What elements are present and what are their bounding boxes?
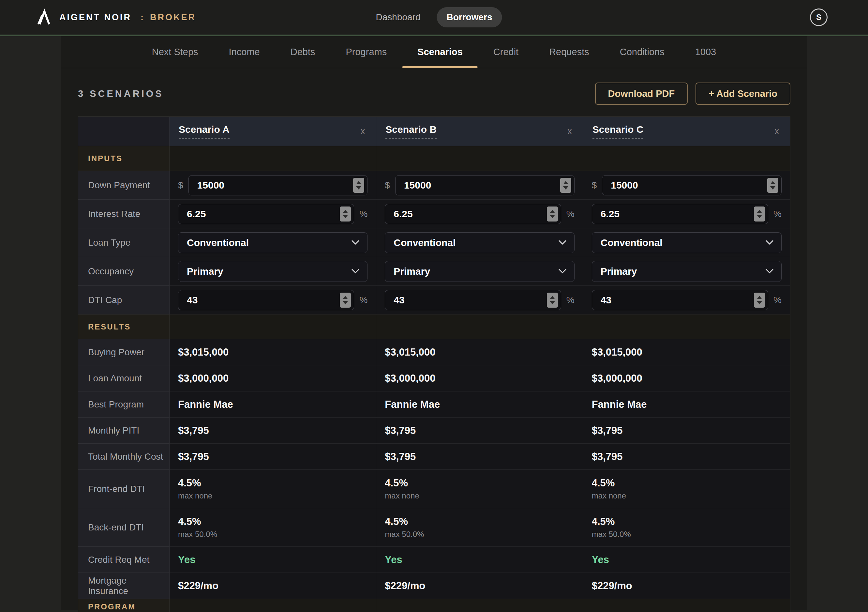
stepper-control[interactable] (547, 207, 558, 222)
stepper-control[interactable] (340, 293, 351, 308)
tab-scenarios[interactable]: Scenarios (417, 36, 463, 68)
section-title-inputs: INPUTS (88, 154, 122, 163)
section-fill-cell (376, 599, 583, 612)
down-payment-input-scenario-b[interactable] (395, 176, 574, 195)
cell-best-program-scenario-b: Fannie Mae (376, 391, 583, 418)
stepper-down-icon[interactable] (550, 215, 555, 218)
section-header-results: RESULTS (78, 314, 170, 339)
buying-power-value: $3,015,000 (592, 346, 642, 358)
stepper-up-icon[interactable] (343, 296, 348, 299)
stepper-up-icon[interactable] (343, 210, 348, 213)
number-field-wrap: % (178, 204, 367, 224)
tab-conditions[interactable]: Conditions (620, 36, 665, 68)
number-input-box (178, 204, 354, 224)
stepper-up-icon[interactable] (550, 210, 555, 213)
stepper-up-icon[interactable] (757, 296, 762, 299)
stepper-down-icon[interactable] (343, 301, 348, 304)
nav-item-dashboard[interactable]: Dashboard (366, 7, 430, 27)
page: AIGENT NOIR : BROKER DashboardBorrowers … (0, 0, 868, 612)
occupancy-select-scenario-c[interactable]: Primary (592, 261, 781, 282)
section-fill-cell (376, 146, 583, 171)
monthly-piti-value: $3,795 (592, 425, 623, 436)
nav-item-borrowers[interactable]: Borrowers (437, 7, 502, 27)
best-program-value: Fannie Mae (178, 399, 233, 410)
remove-scenario-button-scenario-a[interactable]: x (359, 125, 367, 138)
scenario-count-heading: 3 SCENARIOS (78, 89, 164, 99)
tab-programs[interactable]: Programs (346, 36, 387, 68)
stepper-down-icon[interactable] (757, 215, 762, 218)
stepper-down-icon[interactable] (757, 301, 762, 304)
cell-interest-rate-scenario-a: % (170, 200, 376, 228)
stepper-control[interactable] (353, 178, 364, 193)
cell-back-end-dti-scenario-a: 4.5%max 50.0% (170, 508, 376, 547)
stepper-up-icon[interactable] (757, 210, 762, 213)
cell-loan-type-scenario-c: Conventional (583, 228, 790, 257)
number-field-wrap: % (592, 204, 781, 224)
stepper-control[interactable] (754, 293, 765, 308)
stepper-down-icon[interactable] (343, 215, 348, 218)
row-label-front-end-dti: Front-end DTI (78, 470, 170, 508)
cell-back-end-dti-scenario-b: 4.5%max 50.0% (376, 508, 583, 547)
dti-cap-input-scenario-a[interactable] (178, 290, 354, 310)
cell-loan-amount-scenario-a: $3,000,000 (170, 365, 376, 391)
tab-debts[interactable]: Debts (290, 36, 315, 68)
interest-rate-input-scenario-c[interactable] (592, 204, 768, 224)
cell-loan-amount-scenario-c: $3,000,000 (583, 365, 790, 391)
loan-type-select-scenario-b[interactable]: Conventional (385, 232, 574, 253)
stepper-control[interactable] (340, 207, 351, 222)
down-payment-input-scenario-c[interactable] (602, 176, 781, 195)
occupancy-selected-value: Primary (187, 266, 223, 277)
cell-buying-power-scenario-c: $3,015,000 (583, 339, 790, 365)
content-panel: Next StepsIncomeDebtsProgramsScenariosCr… (60, 36, 808, 610)
stepper-control[interactable] (754, 207, 765, 222)
scenario-name-scenario-a[interactable]: Scenario A (179, 124, 229, 139)
cell-mortgage-insurance-scenario-c: $229/mo (583, 573, 790, 599)
loan-type-select-scenario-c[interactable]: Conventional (592, 232, 781, 253)
credit-req-met-value: Yes (592, 554, 609, 566)
remove-scenario-button-scenario-b[interactable]: x (566, 125, 574, 138)
dti-cap-input-scenario-c[interactable] (592, 290, 768, 310)
occupancy-select-scenario-a[interactable]: Primary (178, 261, 367, 282)
section-title-results: RESULTS (88, 322, 131, 331)
best-program-value: Fannie Mae (385, 399, 440, 410)
stepper-control[interactable] (547, 293, 558, 308)
buying-power-value: $3,015,000 (385, 346, 435, 358)
interest-rate-input-scenario-a[interactable] (178, 204, 354, 224)
stepper-down-icon[interactable] (563, 186, 568, 190)
stepper-up-icon[interactable] (563, 181, 568, 184)
stepper-up-icon[interactable] (356, 181, 361, 184)
stepper-up-icon[interactable] (550, 296, 555, 299)
occupancy-select-scenario-b[interactable]: Primary (385, 261, 574, 282)
stepper-down-icon[interactable] (770, 186, 775, 190)
down-payment-input-scenario-a[interactable] (189, 176, 367, 195)
loan-type-selected-value: Conventional (187, 237, 249, 248)
stepper-control[interactable] (767, 178, 778, 193)
number-input-box (178, 290, 354, 310)
scenario-name-scenario-b[interactable]: Scenario B (385, 124, 437, 139)
chevron-down-icon (558, 269, 566, 274)
loan-type-select-scenario-a[interactable]: Conventional (178, 232, 367, 253)
remove-scenario-button-scenario-c[interactable]: x (772, 125, 781, 138)
stepper-down-icon[interactable] (550, 301, 555, 304)
stepper-down-icon[interactable] (356, 186, 361, 190)
scenario-name-scenario-c[interactable]: Scenario C (592, 124, 644, 139)
tab-credit[interactable]: Credit (493, 36, 518, 68)
tab-income[interactable]: Income (229, 36, 260, 68)
back-end-dti-max-note: max 50.0% (178, 530, 217, 539)
avatar-initial: S (816, 13, 822, 22)
tab-next-steps[interactable]: Next Steps (152, 36, 198, 68)
number-field-wrap: $ (178, 175, 367, 196)
number-input-box (592, 290, 768, 310)
stepper-up-icon[interactable] (770, 181, 775, 184)
dti-cap-input-scenario-b[interactable] (385, 290, 561, 310)
stepper-control[interactable] (560, 178, 571, 193)
tab-1003[interactable]: 1003 (695, 36, 716, 68)
tab-requests[interactable]: Requests (549, 36, 589, 68)
section-fill-cell (170, 146, 376, 171)
avatar[interactable]: S (810, 8, 828, 26)
download-pdf-button[interactable]: Download PDF (595, 82, 688, 105)
add-scenario-button[interactable]: + Add Scenario (696, 82, 790, 105)
brand-role: BROKER (150, 12, 196, 23)
interest-rate-input-scenario-b[interactable] (385, 204, 561, 224)
section-fill-cell (170, 314, 376, 339)
